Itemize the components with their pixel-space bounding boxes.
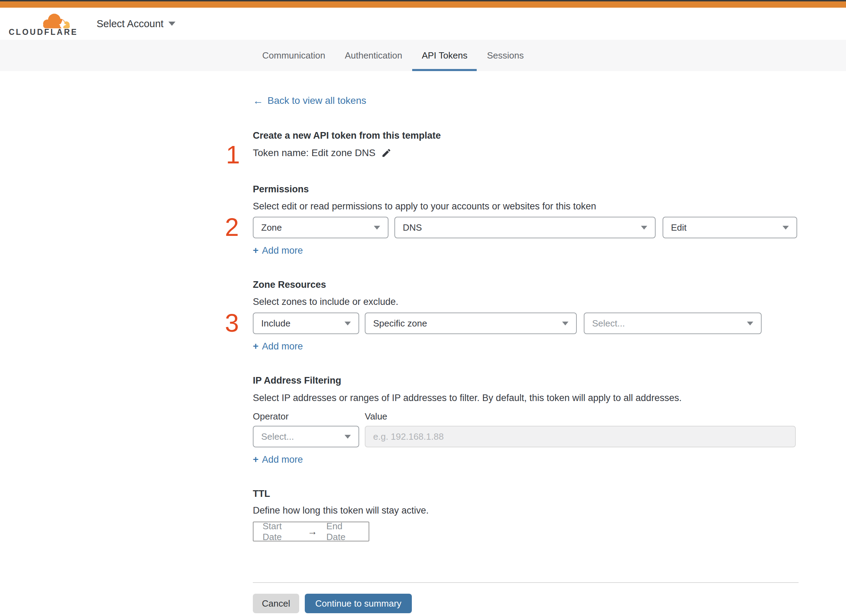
select-value: Edit bbox=[671, 222, 687, 233]
cloudflare-logo[interactable]: CLOUDFLARE bbox=[9, 9, 73, 39]
continue-button-label: Continue to summary bbox=[315, 598, 402, 609]
token-name-row: Token name: Edit zone DNS bbox=[253, 147, 391, 158]
arrow-right-icon: → bbox=[308, 526, 317, 537]
account-selector-label: Select Account bbox=[97, 18, 163, 29]
token-template-form: ← Back to view all tokens 1 Create a new… bbox=[0, 71, 846, 616]
permission-scope-select[interactable]: Zone bbox=[253, 217, 388, 238]
operator-label: Operator bbox=[253, 411, 289, 422]
end-date-placeholder: End Date bbox=[327, 521, 359, 543]
select-value: Specific zone bbox=[373, 318, 427, 329]
select-value: DNS bbox=[403, 222, 422, 233]
cloudflare-api-token-page: CLOUDFLARE Select Account Communication … bbox=[0, 0, 846, 616]
ttl-heading: TTL bbox=[253, 488, 270, 499]
permissions-add-more-link[interactable]: + Add more bbox=[253, 245, 303, 256]
zone-picker-select[interactable]: Select... bbox=[584, 312, 762, 334]
permissions-heading: Permissions bbox=[253, 184, 309, 195]
ttl-description: Define how long this token will stay act… bbox=[253, 505, 428, 516]
cancel-button[interactable]: Cancel bbox=[253, 594, 299, 613]
zone-include-select[interactable]: Include bbox=[253, 312, 359, 334]
plus-icon: + bbox=[253, 454, 258, 465]
ip-filtering-heading: IP Address Filtering bbox=[253, 375, 341, 386]
chevron-down-icon bbox=[168, 22, 175, 26]
select-value: Include bbox=[261, 318, 290, 329]
chevron-down-icon bbox=[783, 226, 789, 230]
step-number-2: 2 bbox=[225, 215, 239, 240]
footer-divider bbox=[253, 582, 799, 583]
account-selector[interactable]: Select Account bbox=[97, 8, 175, 40]
select-value: Select... bbox=[261, 431, 294, 442]
plus-icon: + bbox=[253, 341, 258, 352]
ip-operator-select[interactable]: Select... bbox=[253, 426, 359, 447]
logo-wordmark: CLOUDFLARE bbox=[9, 28, 78, 37]
chevron-down-icon bbox=[562, 321, 568, 326]
ip-filtering-description: Select IP addresses or ranges of IP addr… bbox=[253, 393, 682, 403]
edit-pencil-icon[interactable] bbox=[381, 148, 391, 158]
permission-resource-select[interactable]: DNS bbox=[394, 217, 656, 238]
chevron-down-icon bbox=[641, 226, 647, 230]
tab-api-tokens[interactable]: API Tokens bbox=[412, 40, 477, 71]
zone-resources-description: Select zones to include or exclude. bbox=[253, 296, 398, 307]
tab-label: Communication bbox=[262, 50, 325, 61]
ip-value-input bbox=[365, 426, 796, 447]
zone-type-select[interactable]: Specific zone bbox=[365, 312, 577, 334]
chevron-down-icon bbox=[344, 435, 351, 439]
tab-label: Sessions bbox=[487, 50, 524, 61]
page-title: Create a new API token from this templat… bbox=[253, 130, 441, 141]
select-value: Select... bbox=[592, 318, 625, 329]
tab-authentication[interactable]: Authentication bbox=[335, 40, 412, 71]
back-to-tokens-link[interactable]: ← Back to view all tokens bbox=[253, 95, 366, 107]
add-more-label: Add more bbox=[262, 341, 303, 352]
header: CLOUDFLARE Select Account bbox=[0, 8, 846, 40]
tab-label: Authentication bbox=[345, 50, 402, 61]
tab-sessions[interactable]: Sessions bbox=[477, 40, 533, 71]
cancel-button-label: Cancel bbox=[262, 598, 290, 609]
permission-access-select[interactable]: Edit bbox=[662, 217, 797, 238]
chevron-down-icon bbox=[374, 226, 380, 230]
plus-icon: + bbox=[253, 245, 258, 256]
back-arrow-icon: ← bbox=[253, 95, 263, 107]
top-accent-bar bbox=[0, 1, 846, 8]
start-date-placeholder: Start Date bbox=[263, 521, 299, 543]
permissions-description: Select edit or read permissions to apply… bbox=[253, 201, 596, 212]
value-label: Value bbox=[365, 411, 387, 422]
back-link-label: Back to view all tokens bbox=[268, 95, 366, 106]
tab-label: API Tokens bbox=[422, 50, 467, 61]
chevron-down-icon bbox=[344, 321, 351, 326]
step-number-1: 1 bbox=[226, 142, 240, 167]
add-more-label: Add more bbox=[262, 454, 303, 465]
token-name-label: Token name: Edit zone DNS bbox=[253, 147, 375, 158]
ttl-date-range-picker[interactable]: Start Date → End Date bbox=[253, 522, 369, 541]
tab-communication[interactable]: Communication bbox=[253, 40, 335, 71]
step-number-3: 3 bbox=[225, 311, 239, 336]
tab-bar: Communication Authentication API Tokens … bbox=[0, 40, 846, 71]
select-value: Zone bbox=[261, 222, 282, 233]
ip-filtering-add-more-link[interactable]: + Add more bbox=[253, 454, 303, 465]
tab-list: Communication Authentication API Tokens … bbox=[253, 40, 533, 71]
zone-resources-heading: Zone Resources bbox=[253, 279, 326, 290]
continue-to-summary-button[interactable]: Continue to summary bbox=[305, 594, 412, 613]
add-more-label: Add more bbox=[262, 245, 303, 256]
chevron-down-icon bbox=[747, 321, 753, 326]
zone-resources-add-more-link[interactable]: + Add more bbox=[253, 341, 303, 352]
